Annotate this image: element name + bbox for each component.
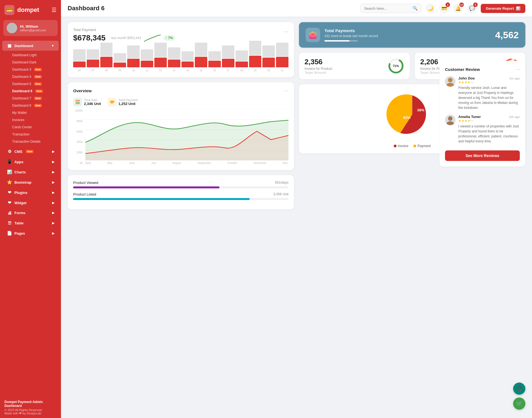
chevron-right-icon7: ▶ — [52, 211, 54, 215]
bar-red — [141, 61, 153, 68]
area-chart-wrap: 1000k800k600k400k200k0k — [73, 109, 288, 165]
bar-red — [208, 61, 221, 68]
pie-dot-payment — [413, 145, 416, 147]
sidebar: 💳 dompet ☰ Hi, William william@gmail.com… — [0, 0, 61, 418]
sidebar-item-my-wallet[interactable]: My Wallet — [0, 109, 61, 116]
nav-dashboard-toggle[interactable]: ▦ Dashboard ▼ — [2, 41, 59, 51]
cart-button[interactable]: 🛒 — [513, 398, 525, 410]
bar-label: 18 — [240, 69, 243, 72]
sidebar-item-dashboard-5[interactable]: Dashboard 5 New — [0, 80, 61, 88]
bar-red — [114, 63, 126, 68]
svg-point-0 — [10, 24, 14, 29]
pie-legend-invoice: Invoice — [394, 144, 408, 148]
moon-toggle[interactable]: 🌙 — [425, 3, 435, 13]
sidebar-item-dashboard-4[interactable]: Dashboard 4 New — [0, 73, 61, 80]
product-listed-progress — [73, 198, 288, 200]
sidebar-item-cards-center[interactable]: Cards Center — [0, 124, 61, 131]
charts-icon: 📊 — [7, 170, 12, 175]
bar-gray — [236, 50, 248, 61]
total-sale-icon: 🧮 — [73, 98, 82, 106]
chat-icon-btn[interactable]: 💬 5 — [467, 3, 477, 13]
bar-label: 21 — [281, 69, 284, 72]
wallet-icon-btn[interactable]: 💳 2 — [439, 3, 449, 13]
bar-label: 06 — [78, 69, 81, 72]
overview-title: Overview — [73, 88, 92, 93]
sidebar-item-dashboard-8[interactable]: Dashboard 8 New — [0, 102, 61, 109]
bar-gray — [195, 43, 207, 56]
page-title: Dashboard 6 — [68, 5, 357, 12]
nav-bootstrap[interactable]: ⭐ Bootstrap ▶ — [2, 177, 59, 187]
legend-total-sale: 🧮 Total Sale 2,346 Unit — [73, 98, 101, 106]
product-listed-fill — [73, 198, 250, 200]
nav-forms[interactable]: 🖨 Forms ▶ — [2, 208, 59, 218]
nav-bootstrap-label: Bootstrap — [14, 180, 31, 184]
invoice-product-label: Invoice for Product — [305, 67, 384, 71]
see-more-reviews-button[interactable]: See More Reviews — [445, 150, 520, 161]
search-box: 🔍 — [360, 4, 421, 13]
bar-group: 06 — [73, 49, 86, 72]
bar-group: 09 — [114, 53, 126, 72]
reviews-more-btn[interactable]: ··· — [516, 66, 520, 72]
bar-chart-icon: 📊 — [516, 6, 520, 11]
bar-label: 12 — [159, 69, 162, 72]
chevron-right-icon4: ▶ — [52, 181, 54, 184]
plugins-icon: ❤ — [7, 190, 12, 195]
search-input[interactable] — [364, 6, 410, 11]
bar-label: 16 — [213, 69, 216, 72]
sidebar-item-dashboard-6[interactable]: Dashboard 6 New — [0, 88, 61, 95]
total-sale-value: 2,346 Unit — [84, 102, 101, 106]
reviewer-1-time: 5m ago — [510, 77, 520, 80]
reviewer-2-stars: ★★★★★ — [458, 119, 520, 123]
user-name: Hi, William — [20, 24, 46, 29]
generate-report-button[interactable]: Generate Report 📊 — [481, 4, 525, 13]
total-payment-bar-chart: 06 07 08 09 10 11 12 13 14 15 — [73, 47, 288, 72]
overview-legends: 🧮 Total Sale 2,346 Unit 🤝 Total Payment … — [73, 98, 288, 106]
total-payment-value2: 1,252 Unit — [118, 102, 138, 106]
review-item-2: Amelia Tuner 10h ago ★★★★★ I viewed a nu… — [445, 115, 520, 144]
svg-point-14 — [448, 78, 452, 82]
nav-table[interactable]: ☰ Table ▶ — [2, 218, 59, 228]
reviewer-1-name: John Doe — [458, 76, 475, 80]
sidebar-item-dashboard-dark[interactable]: Dashboard Dark — [0, 59, 61, 66]
nav-pages-label: Pages — [14, 231, 25, 235]
nav-widget[interactable]: ❤ Widget ▶ — [2, 198, 59, 208]
sidebar-item-invoices[interactable]: Invoices — [0, 116, 61, 124]
chevron-right-icon: ▶ — [52, 150, 54, 153]
sidebar-item-dashboard-7[interactable]: Dashboard 7 New — [0, 95, 61, 102]
nav-dashboard-label: Dashboard — [14, 44, 33, 48]
bar-red — [262, 58, 275, 67]
hamburger-icon[interactable]: ☰ — [52, 7, 57, 13]
total-payment-last-month: last month $563,443 — [111, 36, 141, 40]
bar-gray — [168, 47, 180, 59]
chevron-right-icon8: ▶ — [52, 221, 54, 225]
sidebar-item-dashboard-3[interactable]: Dashboard 3 New — [0, 66, 61, 73]
blue-card-number: 4,562 — [495, 30, 519, 40]
nav-cms[interactable]: ⚙ CMS New ▶ — [2, 147, 59, 157]
blue-card-sub: 431 more to break last month record — [324, 34, 491, 38]
total-payment-card: Total Payment $678,345 last month $563,4… — [68, 22, 294, 77]
sidebar-item-transaction[interactable]: Transaction — [0, 131, 61, 138]
sidebar-item-dashboard-light[interactable]: Dashboard Light — [0, 52, 61, 59]
bar-red — [249, 56, 262, 67]
blue-progress-bar — [324, 40, 358, 42]
product-viewed-value: 561/days — [275, 181, 288, 185]
nav-apps[interactable]: 📱 Apps ▶ — [2, 157, 59, 167]
nav-charts[interactable]: 📊 Charts ▶ — [2, 167, 59, 177]
sidebar-item-transaction-details[interactable]: Transaction Details — [0, 138, 61, 145]
overview-more-btn[interactable]: ··· — [284, 88, 288, 94]
pages-icon: 📄 — [7, 231, 12, 236]
svg-point-1 — [8, 29, 16, 33]
headset-button[interactable]: 🎧 — [513, 383, 525, 395]
bell-icon-btn[interactable]: 🔔 12 — [453, 3, 463, 13]
svg-point-15 — [447, 83, 454, 87]
nav-pages[interactable]: 📄 Pages ▶ — [2, 228, 59, 238]
bar-gray — [114, 53, 126, 62]
total-payment-label2: Total Payment — [118, 98, 138, 102]
total-payment-more-btn[interactable]: ... — [284, 28, 288, 34]
bar-red — [168, 60, 180, 67]
nav-charts-label: Charts — [14, 170, 26, 174]
reviewer-2-name: Amelia Tuner — [458, 115, 481, 119]
footer-copy: © 2023 All Rights Reserved — [4, 408, 57, 412]
nav-plugins[interactable]: ❤ Plugins ▶ — [2, 188, 59, 198]
bar-gray — [73, 49, 86, 61]
